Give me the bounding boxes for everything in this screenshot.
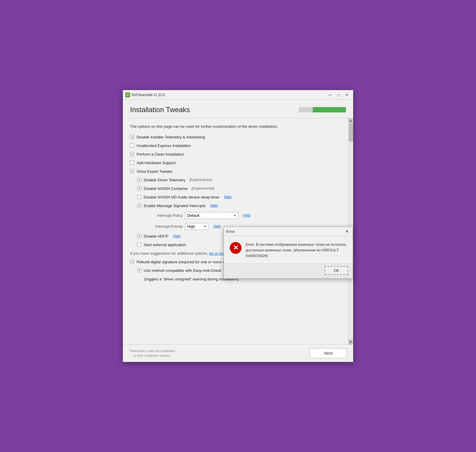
dialog-overlay: Error ✕ ✕ Error: В системе отображения к… — [123, 90, 353, 362]
dialog-title: Error — [226, 229, 235, 234]
error-message: Error: В системе отображения конечных то… — [246, 242, 347, 259]
error-icon: ✕ — [230, 242, 242, 254]
ok-button[interactable]: OK — [325, 266, 348, 275]
error-dialog: Error ✕ ✕ Error: В системе отображения к… — [224, 227, 353, 278]
main-window: ✓ NVCleanstall v1.10.0 — □ ✕ Installatio… — [123, 90, 353, 362]
dialog-titlebar: Error ✕ — [224, 227, 353, 236]
dialog-body: ✕ Error: В системе отображения конечных … — [224, 236, 353, 263]
dialog-close-button[interactable]: ✕ — [344, 229, 350, 234]
error-icon-circle: ✕ — [230, 242, 242, 254]
dialog-footer: OK — [224, 264, 353, 278]
